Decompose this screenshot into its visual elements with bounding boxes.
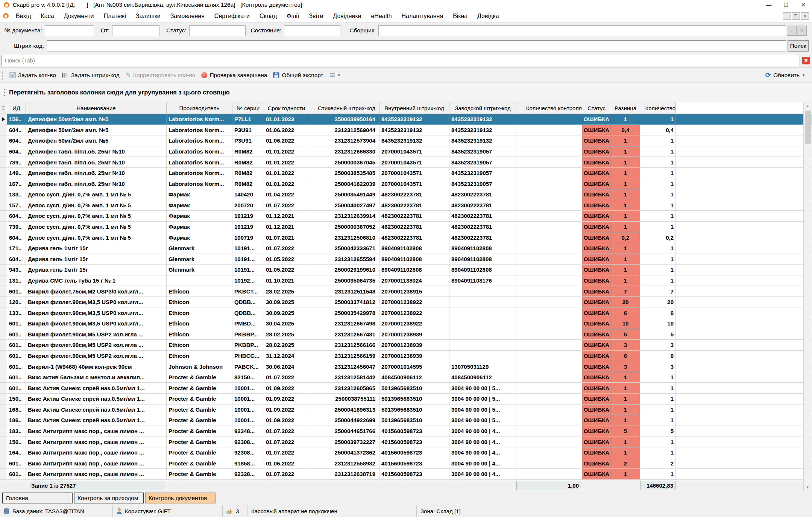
status-input[interactable] [189, 25, 246, 36]
column-header-manufacturer[interactable]: Производитель [167, 102, 232, 114]
state-input[interactable] [284, 25, 340, 36]
menu-item[interactable]: Філії [282, 10, 304, 22]
column-header-name[interactable]: Наименование [26, 102, 167, 114]
table-row[interactable]: 601.. Викрил фиолет.90см,М5 USP2 кол.игл… [0, 340, 812, 351]
menu-item[interactable]: Вихід [11, 10, 36, 22]
barcode-input[interactable] [47, 40, 786, 52]
table-row[interactable]: 164.. Викс Антигрипп макс пор., саше лим… [0, 447, 812, 458]
table-row[interactable]: 601.. Викрил фиолет.90см,М5 USP2 кол.игл… [0, 351, 812, 362]
search-button[interactable]: Поиск [788, 40, 809, 52]
cell-expiry: 01.01.2022 [264, 146, 309, 157]
column-header-control-qty[interactable]: Количество контроля [516, 102, 582, 114]
export-all-button[interactable]: Общий экспорт [270, 69, 326, 81]
table-row[interactable]: 168.. Викс Актив Синекс спрей наз.0.5мг/… [0, 404, 812, 415]
column-header-status[interactable]: Статус [582, 102, 611, 114]
column-header-series[interactable]: № серии [232, 102, 264, 114]
vertical-scrollbar[interactable]: ▲ ▼ [803, 102, 812, 491]
table-row[interactable]: 604.. Депиофен табл. п/пл.об. 25мг №10 L… [0, 146, 812, 157]
table-row[interactable]: 150.. Викс Актив Синекс спрей наз.0.5мг/… [0, 394, 812, 404]
column-header-internal-barcode[interactable]: Внутренний штрих-код [379, 102, 449, 114]
menu-item[interactable]: Звіти [304, 10, 328, 22]
cell-filler [676, 340, 812, 350]
menu-item[interactable]: Платежі [99, 10, 131, 22]
refresh-button[interactable]: ⟳ Обновить ▼ [762, 69, 808, 81]
menu-item[interactable]: Вікна [448, 10, 472, 22]
cell-name: Викс Антигрипп макс пор., саше лимон ... [26, 426, 167, 436]
table-row[interactable]: 133.. Депос сусп. д/ин. 0,7% амп. 1 мл №… [0, 189, 812, 200]
table-row[interactable]: 604.. Депос сусп. д/ин. 0,7% амп. 1 мл №… [0, 211, 812, 222]
cell-sticker-barcode: 2500000367045 [309, 157, 379, 167]
clear-search-icon[interactable]: ✖ [802, 57, 810, 64]
table-row[interactable]: 156.. Викс Антигрипп макс пор., саше лим… [0, 436, 812, 447]
table-row[interactable]: 601.. Викс Актив Синекс спрей наз.0.5мг/… [0, 383, 812, 394]
menu-item[interactable]: Довідка [472, 10, 504, 22]
menu-item[interactable]: Склад [255, 10, 282, 22]
table-row[interactable]: 186.. Викс Актив Синекс спрей наз.0.5мг/… [0, 415, 812, 426]
table-row[interactable]: 601.. Викс Антигрипп макс пор., саше лим… [0, 469, 812, 480]
column-header-factory-barcode[interactable]: Заводской штрих-код [449, 102, 516, 114]
table-row[interactable]: 171.. Дерива гель 1мг/г 15г Glenmark 101… [0, 243, 812, 254]
table-row[interactable]: 601.. Викрил-1 (W9468) 40мм кол-реж 90см… [0, 361, 812, 372]
table-row[interactable]: 149.. Депиофен табл. п/пл.об. 25мг №10 L… [0, 168, 812, 179]
column-header-sticker-barcode[interactable]: Стикерный штрих-код [309, 102, 379, 114]
bottom-tab[interactable]: Головна [2, 493, 73, 503]
menu-item[interactable]: Налаштування [397, 10, 448, 22]
bottom-tab[interactable]: Контроль за приходом [74, 493, 144, 503]
table-row[interactable]: 167.. Депиофен табл. п/пл.об. 25мг №10 L… [0, 178, 812, 189]
table-row[interactable]: 604.. Дерива гель 1мг/г 15г Glenmark 101… [0, 254, 812, 265]
table-row[interactable]: 601.. Викрил фиолет.90см,М3,5 USP0 кол.и… [0, 318, 812, 329]
minimize-button[interactable]: — [760, 0, 777, 10]
collector-clear-button[interactable]: ✕ [797, 26, 807, 36]
check-done-button[interactable]: Проверка завершена [198, 69, 270, 81]
menu-item[interactable]: Документи [59, 10, 99, 22]
table-row[interactable]: 601.. Викрил фиолет.90см,М5 USP2 кол.игл… [0, 329, 812, 340]
table-row[interactable]: 131.. Дерива СМС гель туба 15 г № 1 1019… [0, 275, 812, 286]
menu-item[interactable]: Залишки [131, 10, 165, 22]
table-row[interactable]: 604.. Депиофен 50мг/2мл амп. №5 Laborato… [0, 125, 812, 136]
table-row[interactable]: 739.. Депиофен табл. п/пл.об. 25мг №10 L… [0, 157, 812, 168]
view-options-button[interactable]: ▼ [326, 69, 344, 81]
cell-control-qty [516, 415, 582, 426]
table-row[interactable]: 183.. Викс Антигрипп макс пор., саше лим… [0, 426, 812, 437]
quick-search-input[interactable] [2, 55, 800, 66]
table-row[interactable]: 157.. Депос сусп. д/ин. 0,7% амп. 1 мл №… [0, 200, 812, 211]
column-header-id[interactable]: ИД [7, 102, 26, 114]
table-row[interactable]: 604.. Депиофен 50мг/2мл амп. №5 Laborato… [0, 135, 812, 146]
menu-item[interactable]: Сертифікати [209, 10, 255, 22]
set-barcode-button[interactable]: Задать штрих-код [59, 69, 123, 81]
scroll-up-icon[interactable]: ▲ [804, 102, 812, 110]
mdi-restore-button[interactable]: ❐ [792, 12, 800, 20]
table-row[interactable]: 120.. Викрил фиолет.90см,М3,5 USP0 кол.и… [0, 297, 812, 308]
correct-qty-button[interactable]: ✎ Корректировать кол-во [123, 69, 199, 81]
collector-more-button[interactable]: ... [787, 26, 797, 36]
bottom-tab[interactable]: Контроль документов [145, 493, 216, 503]
restore-button[interactable]: ❐ [777, 0, 795, 10]
scrollbar-thumb[interactable] [805, 111, 811, 144]
scroll-down-icon[interactable]: ▼ [804, 484, 812, 491]
menu-item[interactable]: eHealth [366, 10, 396, 22]
mdi-minimize-button[interactable]: _ [783, 12, 791, 20]
menu-item[interactable]: Довідники [328, 10, 366, 22]
table-row[interactable]: 943.. Дерива гель 1мг/г 15г Glenmark 101… [0, 265, 812, 275]
collector-input[interactable] [378, 25, 786, 36]
close-button[interactable]: ✕ [795, 0, 812, 10]
table-row[interactable]: 156.. Депиофен 50мг/2мл амп. №5 Laborato… [0, 114, 812, 125]
set-qty-button[interactable]: Задать кол-во [6, 69, 59, 81]
table-row[interactable]: 601.. Викрил фиолет.75см,М2 USP3/0 кол.и… [0, 286, 812, 297]
menu-item[interactable]: Замовлення [165, 10, 209, 22]
cell-sticker-barcode: 2312312666330 [309, 146, 379, 157]
doc-number-input[interactable] [45, 25, 94, 36]
grid-menu-icon[interactable]: ☰ [2, 106, 5, 111]
column-header-expiry[interactable]: Срок годности [264, 102, 309, 114]
table-row[interactable]: 133.. Викрил фиолет.90см,М3,5 USP0 кол.и… [0, 307, 812, 318]
table-row[interactable]: 739.. Депос сусп. д/ин. 0,7% амп. 1 мл №… [0, 222, 812, 233]
column-header-difference[interactable]: Разница [611, 102, 640, 114]
table-row[interactable]: 604.. Депос сусп. д/ин. 0,7% амп. 1 мл №… [0, 232, 812, 243]
menu-item[interactable]: Каса [36, 10, 59, 22]
from-input[interactable] [112, 25, 159, 36]
table-row[interactable]: 601.. Викс актив бальзам с ментол.и эвка… [0, 372, 812, 383]
cell-factory-barcode: 8435232319057 [449, 157, 516, 167]
column-header-quantity[interactable]: Количество [640, 102, 676, 114]
mdi-close-button[interactable]: ✕ [801, 12, 809, 20]
table-row[interactable]: 601.. Викс Антигрипп макс пор., саше лим… [0, 458, 812, 469]
